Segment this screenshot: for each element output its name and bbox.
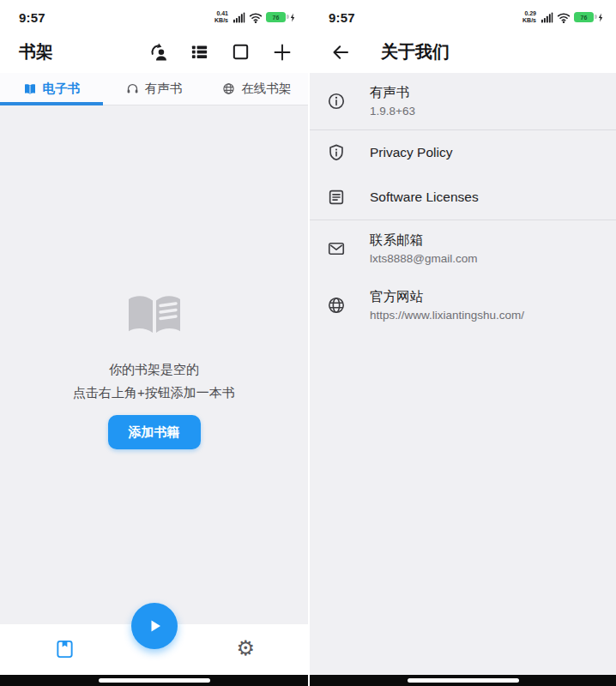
empty-shelf-message: 你的书架是空的 — [109, 361, 199, 378]
globe-icon — [222, 82, 235, 95]
tab-label: 有声书 — [145, 81, 183, 97]
signal-bars-icon — [233, 12, 245, 23]
contact-email: lxts8888@gmail.com — [370, 251, 478, 266]
network-speed: 0.29 KB/s — [522, 10, 536, 24]
play-fab[interactable] — [131, 603, 178, 649]
about-screen: 9:57 0.29 KB/s 76 — [308, 0, 616, 686]
gesture-bar-left — [0, 675, 308, 686]
tab-audiobooks[interactable]: 有声书 — [103, 73, 206, 105]
wifi-icon — [557, 12, 571, 23]
item-title: Privacy Policy — [370, 144, 452, 161]
about-app-bar: 关于我们 — [310, 31, 616, 73]
record-voice-icon[interactable] — [148, 41, 169, 63]
about-list: 有声书 1.9.8+63 Privacy Policy Software L — [310, 73, 616, 675]
status-icons: 0.29 KB/s 76 — [522, 10, 604, 24]
clock: 9:57 — [19, 10, 45, 25]
globe-icon — [327, 296, 346, 315]
status-bar-right: 9:57 0.29 KB/s 76 — [310, 0, 616, 31]
home-indicator[interactable] — [408, 678, 519, 683]
page-title: 书架 — [19, 40, 53, 63]
book-icon — [23, 83, 37, 95]
list-item-software-licenses[interactable]: Software Licenses — [310, 175, 616, 220]
status-icons: 0.41 KB/s 76 — [214, 10, 296, 24]
tab-label: 电子书 — [43, 81, 81, 97]
clock: 9:57 — [329, 10, 355, 25]
bookshelf-app-bar: 书架 — [0, 31, 308, 73]
app-bar-actions — [148, 41, 293, 63]
shelf-tabs: 电子书 有声书 在线书架 — [0, 73, 308, 105]
website-url: https://www.lixiantingshu.com/ — [370, 308, 524, 322]
article-icon — [327, 188, 346, 207]
home-indicator[interactable] — [99, 678, 210, 683]
list-item-contact-email[interactable]: 联系邮箱 lxts8888@gmail.com — [310, 220, 616, 277]
mail-icon — [327, 239, 346, 258]
back-arrow-icon[interactable] — [329, 40, 353, 64]
network-speed: 0.41 KB/s — [214, 10, 228, 24]
signal-bars-icon — [541, 12, 553, 23]
list-item-official-website[interactable]: 官方网站 https://www.lixiantingshu.com/ — [310, 277, 616, 334]
item-title: Software Licenses — [370, 189, 479, 206]
play-icon — [144, 616, 165, 636]
privacy-shield-icon — [327, 143, 346, 162]
bookshelf-nav-icon[interactable] — [55, 639, 75, 663]
tab-label: 在线书架 — [241, 81, 291, 97]
dual-screenshot: 9:57 0.41 KB/s 76 — [0, 0, 616, 686]
battery-icon: 76 — [574, 12, 594, 22]
headphones-icon — [126, 82, 139, 95]
add-book-icon[interactable] — [271, 41, 293, 63]
tab-ebooks[interactable]: 电子书 — [0, 73, 103, 105]
page-title: 关于我们 — [381, 40, 450, 63]
list-item-privacy-policy[interactable]: Privacy Policy — [310, 130, 616, 175]
settings-gear-icon[interactable]: ⚙ — [236, 636, 255, 660]
add-books-button[interactable]: 添加书籍 — [108, 415, 201, 449]
wifi-icon — [249, 12, 263, 23]
battery-icon: 76 — [266, 12, 286, 22]
square-view-icon[interactable] — [230, 41, 251, 63]
item-title: 联系邮箱 — [370, 232, 478, 249]
bookshelf-screen: 9:57 0.41 KB/s 76 — [0, 0, 308, 686]
charging-bolt-icon — [597, 13, 604, 22]
list-item-version[interactable]: 有声书 1.9.8+63 — [310, 73, 616, 129]
item-title: 官方网站 — [370, 288, 524, 305]
app-version: 1.9.8+63 — [370, 104, 415, 118]
bottom-nav: ⚙ — [0, 624, 308, 675]
list-view-icon[interactable] — [189, 41, 210, 63]
status-bar-left: 9:57 0.41 KB/s 76 — [0, 0, 308, 31]
tab-online-shelf[interactable]: 在线书架 — [205, 73, 308, 105]
shelf-empty-state: 你的书架是空的 点击右上角+按钮添加一本书 添加书籍 — [0, 105, 308, 624]
info-icon — [327, 92, 346, 111]
open-book-icon — [126, 292, 183, 340]
empty-shelf-hint: 点击右上角+按钮添加一本书 — [73, 384, 235, 401]
item-title: 有声书 — [370, 84, 415, 101]
charging-bolt-icon — [289, 13, 296, 22]
gesture-bar-right — [310, 675, 616, 686]
